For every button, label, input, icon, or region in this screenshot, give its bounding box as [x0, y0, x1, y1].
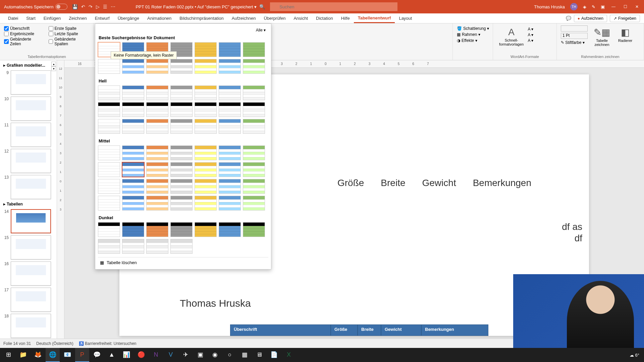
app-icon-4[interactable]: ▣ — [193, 348, 207, 362]
chk-erste-spalte[interactable] — [49, 26, 53, 31]
search-input[interactable] — [270, 2, 397, 11]
tab-bildschirm[interactable]: Bildschirmpräsentation — [175, 13, 228, 23]
vscode-icon[interactable]: V — [164, 348, 178, 362]
tbl-col-gewicht[interactable]: Gewicht — [381, 324, 421, 336]
table-style-swatch[interactable] — [146, 102, 168, 117]
table-style-swatch[interactable] — [146, 179, 168, 194]
table-style-swatch[interactable] — [170, 102, 193, 117]
table-style-swatch[interactable] — [195, 59, 217, 74]
table-style-swatch[interactable] — [98, 196, 120, 210]
status-slide[interactable]: Folie 14 von 31 — [3, 341, 31, 346]
thumb-12[interactable] — [11, 149, 51, 173]
radierer-button[interactable]: ◧Radierer — [616, 25, 634, 48]
table-style-swatch[interactable] — [195, 102, 217, 117]
pen-weight-dropdown[interactable]: 1 Pt — [561, 33, 588, 39]
col-groesse[interactable]: Größe — [337, 178, 364, 188]
thumb-15[interactable] — [11, 235, 51, 259]
tab-aufzeichnen[interactable]: Aufzeichnen — [228, 13, 260, 23]
schattierung-dropdown[interactable]: 🪣 Schattierung ▾ — [457, 26, 489, 31]
stiftfarbe-dropdown[interactable]: ✎ Stiftfarbe ▾ — [561, 40, 588, 45]
table-style-swatch[interactable] — [219, 196, 241, 210]
tab-zeichnen[interactable]: Zeichnen — [65, 13, 91, 23]
app-icon-5[interactable]: ◉ — [208, 348, 222, 362]
col-gewicht[interactable]: Gewicht — [422, 178, 456, 188]
table-style-swatch[interactable] — [98, 222, 120, 237]
status-lang[interactable]: Deutsch (Österreich) — [36, 341, 73, 346]
table-style-swatch[interactable] — [195, 42, 217, 57]
thumb-18[interactable] — [11, 314, 51, 338]
table-style-swatch[interactable] — [146, 85, 168, 100]
document-title[interactable]: PPT 01 Roter Faden 002.pptx • Auf "diese… — [136, 4, 257, 9]
table-style-swatch[interactable] — [170, 239, 193, 254]
tbl-col-bemerkungen[interactable]: Bemerkungen — [421, 324, 488, 336]
app-icon-3[interactable]: 🔴 — [134, 348, 148, 362]
table-style-swatch[interactable] — [98, 59, 120, 74]
thumb-14[interactable] — [11, 209, 51, 233]
tbl-col-breite[interactable]: Breite — [358, 324, 381, 336]
thumb-9[interactable] — [11, 70, 51, 95]
text-outline-dropdown[interactable]: A ▾ — [528, 33, 533, 37]
table-style-swatch[interactable] — [146, 59, 168, 74]
thumb-scroll-up[interactable]: ▴ — [51, 62, 56, 66]
app-icon-6[interactable]: ○ — [223, 348, 237, 362]
chk-geb-spalten[interactable] — [49, 39, 53, 44]
section-tabellen[interactable]: ▸ Tabellen — [2, 201, 55, 207]
text-effects-dropdown[interactable]: A ▾ — [528, 38, 533, 43]
tab-ueberpruefen[interactable]: Überprüfen — [260, 13, 289, 23]
table-style-swatch[interactable] — [146, 222, 168, 237]
table-style-swatch[interactable] — [122, 102, 144, 117]
telegram-icon[interactable]: ✈ — [178, 348, 193, 362]
col-breite[interactable]: Breite — [381, 178, 405, 188]
autosave-toggle[interactable] — [55, 4, 67, 10]
powerpoint-icon[interactable]: P — [75, 348, 89, 362]
tbl-col-ueberschrift[interactable]: Überschrift — [230, 324, 331, 336]
diamond-icon[interactable]: ◈ — [583, 4, 586, 9]
table-style-swatch[interactable] — [195, 145, 217, 160]
table-style-swatch[interactable] — [243, 85, 265, 100]
vlc-icon[interactable]: ▲ — [105, 348, 119, 362]
tab-dictation[interactable]: Dictation — [312, 13, 337, 23]
tab-tabellenentwurf[interactable]: Tabellenentwurf — [354, 13, 395, 23]
table-style-swatch[interactable] — [195, 162, 217, 177]
table-style-swatch[interactable] — [219, 145, 241, 160]
table-style-swatch[interactable] — [98, 145, 120, 160]
float-text-1[interactable]: df as — [562, 221, 582, 233]
table-style-swatch[interactable] — [195, 196, 217, 210]
thumb-13[interactable] — [11, 175, 51, 199]
tray-weather[interactable]: ☁ 6° — [630, 353, 639, 358]
table-style-swatch[interactable] — [195, 119, 217, 134]
chk-ueberschrift[interactable] — [4, 26, 9, 31]
table-style-swatch[interactable] — [146, 119, 168, 134]
tab-einfuegen[interactable]: Einfügen — [40, 13, 65, 23]
app-icon-9[interactable]: 📄 — [267, 348, 281, 362]
tab-start[interactable]: Start — [22, 13, 39, 23]
table-style-swatch[interactable] — [122, 59, 144, 74]
schnellformat-button[interactable]: ASchnell- formatvorlagen — [497, 25, 526, 48]
firefox-icon[interactable]: 🦊 — [31, 348, 45, 362]
slideshow-icon[interactable]: ▷ — [96, 4, 100, 9]
tab-datei[interactable]: Datei — [4, 13, 22, 23]
touch-icon[interactable]: ☰ — [103, 4, 107, 9]
qat-more-icon[interactable]: ⋯ — [111, 4, 115, 9]
tab-ansicht[interactable]: Ansicht — [289, 13, 312, 23]
table-style-swatch[interactable] — [98, 179, 120, 194]
table-style-swatch[interactable] — [195, 179, 217, 194]
explorer-icon[interactable]: 📁 — [16, 348, 30, 362]
table-style-swatch[interactable] — [170, 222, 193, 237]
tabelle-loeschen[interactable]: ▦Tabelle löschen — [98, 257, 268, 266]
undo-icon[interactable]: ↶ — [81, 4, 85, 9]
effekte-dropdown[interactable]: ◑ Effekte ▾ — [457, 38, 489, 43]
table-style-swatch[interactable] — [195, 85, 217, 100]
col-bemerkungen[interactable]: Bemerkungen — [473, 178, 531, 188]
chrome-icon[interactable]: 🌐 — [46, 348, 60, 362]
table-style-swatch[interactable] — [122, 145, 144, 160]
table-style-swatch[interactable] — [170, 59, 193, 74]
table-style-swatch[interactable] — [195, 222, 217, 237]
table-style-swatch[interactable] — [243, 59, 265, 74]
tbl-col-groesse[interactable]: Größe — [331, 324, 358, 336]
table-style-swatch[interactable] — [146, 196, 168, 210]
pen-icon[interactable]: ✎ — [592, 4, 595, 9]
tab-entwurf[interactable]: Entwurf — [91, 13, 114, 23]
table-style-swatch[interactable] — [170, 162, 193, 177]
record-button[interactable]: ●Aufzeichnen — [574, 15, 607, 22]
